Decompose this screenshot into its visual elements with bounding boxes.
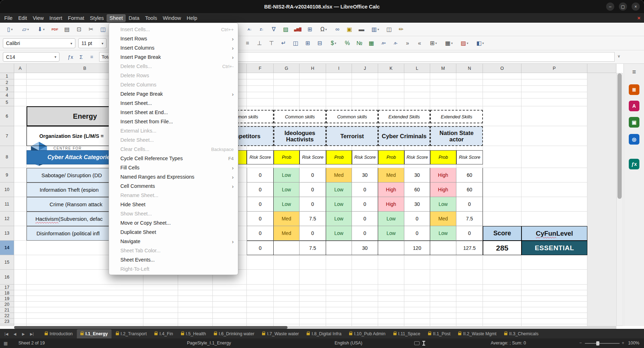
maximize-button[interactable]: ▢ <box>619 2 627 11</box>
skill-level-header[interactable]: Common skills <box>326 110 378 123</box>
menu-item-cycle-cell-reference-types[interactable]: Cycle Cell Reference TypesF4 <box>109 154 238 163</box>
sheet-tab-ii-1-post[interactable]: II.1_Post <box>424 329 454 338</box>
spreadsheet-area[interactable]: ABCDEFGHIJKLMNOP123456789101112131415161… <box>0 64 616 326</box>
total-score-cell[interactable]: 285 <box>483 241 522 255</box>
menu-item-hide-sheet[interactable]: Hide Sheet <box>109 200 238 209</box>
cut-icon[interactable]: ✂ <box>86 24 96 35</box>
minimize-button[interactable]: – <box>606 2 614 11</box>
probability-cell[interactable]: Low <box>274 197 300 212</box>
select-function-icon[interactable]: Σ <box>76 52 86 62</box>
probability-cell[interactable]: Low <box>326 183 352 197</box>
risk-score-cell[interactable]: 0 <box>404 212 430 226</box>
menu-item-delete-page-break[interactable]: Delete Page Break› <box>109 89 238 99</box>
merge-and-center-cells-icon[interactable]: ◫ <box>290 38 301 49</box>
menu-item-insert-sheet-at-end[interactable]: Insert Sheet at End... <box>109 108 238 117</box>
risk-score-cell[interactable]: 30 <box>352 168 378 183</box>
row-header-8[interactable]: 8 <box>0 146 14 168</box>
menu-item-move-or-copy-sheet[interactable]: Move or Copy Sheet... <box>109 218 238 228</box>
navigator-deck-icon[interactable]: ◎ <box>629 134 639 145</box>
unmerge-cells-icon[interactable]: ⊟ <box>314 38 325 49</box>
score-header-cell[interactable]: Score <box>483 226 522 241</box>
row-header-11[interactable]: 11 <box>0 197 14 212</box>
row-header-5[interactable]: 5 <box>0 99 14 106</box>
sort-ascending-icon[interactable]: A↓ <box>244 24 255 35</box>
open-file-icon[interactable]: ▱▾ <box>18 24 33 35</box>
menu-item-named-ranges-and-expressions[interactable]: Named Ranges and Expressions› <box>109 172 238 181</box>
risk-score-cell[interactable]: 0 <box>404 226 430 241</box>
total-risk-score-cell[interactable] <box>274 241 300 255</box>
vertical-scrollbar-thumb[interactable] <box>617 73 622 199</box>
menubar-item-window[interactable]: Window <box>160 14 184 22</box>
copy-icon[interactable]: ◫ <box>98 24 108 35</box>
background-color-icon[interactable]: ▨▾ <box>457 38 472 49</box>
risk-score-cell[interactable]: 0 <box>247 226 274 241</box>
page-style[interactable]: PageStyle_I.1_Energy <box>187 341 231 346</box>
percent-format-icon[interactable]: % <box>342 38 353 49</box>
probability-cell[interactable]: Low <box>274 168 300 183</box>
row-header-15[interactable]: 15 <box>0 255 14 270</box>
probability-cell[interactable]: Low <box>430 226 456 241</box>
new-document-icon[interactable]: ▯▾ <box>3 24 17 35</box>
borders-icon[interactable]: ⊞▾ <box>426 38 440 49</box>
row-header-1[interactable]: 1 <box>0 73 14 79</box>
insert-image-icon[interactable]: ▨ <box>280 24 291 35</box>
total-risk-score-cell[interactable]: 30 <box>352 241 378 255</box>
cyfun-level-header-cell[interactable]: CyFun Level <box>522 226 587 241</box>
insert-chart-icon[interactable]: ▄▆█ <box>292 24 303 35</box>
total-risk-score-cell[interactable]: 7.5 <box>300 241 326 255</box>
skill-level-header[interactable]: Extended Skills <box>378 110 430 123</box>
zoom-slider-thumb[interactable] <box>596 341 599 346</box>
column-header-i[interactable]: I <box>326 64 352 73</box>
menu-item-insert-sheet[interactable]: Insert Sheet... <box>109 99 238 108</box>
probability-cell[interactable]: Low <box>326 197 352 212</box>
cyfun-level-value-cell[interactable]: ESSENTIAL <box>522 241 587 255</box>
insert-pivot-table-icon[interactable]: ⊞ <box>304 24 315 35</box>
probability-cell[interactable]: Low <box>274 183 300 197</box>
sheet-tab-i-11-space[interactable]: I.11_Space <box>390 329 424 338</box>
horizontal-scrollbar-thumb[interactable] <box>14 326 287 329</box>
last-sheet-button[interactable]: ▶| <box>28 332 36 336</box>
total-risk-score-cell[interactable] <box>378 241 404 255</box>
column-header-p[interactable]: P <box>522 64 587 73</box>
sheet-tab-i-5-health[interactable]: I.5_Health <box>177 329 210 338</box>
sheet-tab-i-10-pub-admin[interactable]: I.10_Pub Admin <box>346 329 389 338</box>
sidebar-settings-icon[interactable]: ≡ <box>629 67 639 77</box>
risk-score-cell[interactable]: 0 <box>247 168 274 183</box>
menubar-item-edit[interactable]: Edit <box>15 14 30 22</box>
risk-score-header-cell[interactable]: Risk Score <box>247 150 274 164</box>
row-header-13[interactable]: 13 <box>0 226 14 241</box>
risk-score-cell[interactable]: 0 <box>352 197 378 212</box>
menubar-item-insert[interactable]: Insert <box>47 14 65 22</box>
freeze-rows-columns-icon[interactable]: ▥▾ <box>368 24 382 35</box>
sheet-position[interactable]: Sheet 2 of 19 <box>18 341 45 346</box>
probability-cell[interactable]: Low <box>430 197 456 212</box>
close-button[interactable]: × <box>632 2 640 11</box>
risk-score-cell[interactable]: 0 <box>456 226 483 241</box>
risk-score-header-cell[interactable]: Risk Score <box>456 150 483 164</box>
threat-actor-header[interactable]: Ideologues Hactivists <box>274 126 326 146</box>
insert-special-character-icon[interactable]: Ω▾ <box>317 24 331 35</box>
probability-cell[interactable]: High <box>378 183 404 197</box>
row-header-14[interactable]: 14 <box>0 241 14 255</box>
menu-item-insert-rows[interactable]: Insert Rows› <box>109 34 238 43</box>
wrap-text-icon[interactable]: ↵ <box>278 38 289 49</box>
risk-score-cell[interactable]: 0 <box>352 212 378 226</box>
align-bottom-icon[interactable]: ⊥ <box>254 38 265 49</box>
risk-score-cell[interactable]: 0 <box>300 168 326 183</box>
total-risk-score-cell[interactable] <box>326 241 352 255</box>
decrease-indent-icon[interactable]: « <box>414 38 425 49</box>
risk-score-cell[interactable]: 0 <box>300 183 326 197</box>
menubar-item-help[interactable]: Help <box>184 14 200 22</box>
grid-corner-box[interactable] <box>0 64 14 73</box>
align-center-icon[interactable]: ≡ <box>242 38 253 49</box>
sheet-tab-ii-3-chemicals[interactable]: II.3_Chemicals <box>501 329 542 338</box>
menu-item-fill-cells[interactable]: Fill Cells› <box>109 163 238 172</box>
export-pdf-icon[interactable]: PDF <box>50 24 60 35</box>
increase-indent-icon[interactable]: » <box>402 38 413 49</box>
column-header-g[interactable]: G <box>274 64 300 73</box>
date-format-icon[interactable]: ▦ <box>366 38 377 49</box>
sheet-tab-introduction[interactable]: Introduction <box>41 329 76 338</box>
insert-hyperlink-icon[interactable]: ∞ <box>332 24 343 35</box>
menu-item-navigate[interactable]: Navigate› <box>109 237 238 246</box>
name-box[interactable]: C14▾ <box>3 52 59 62</box>
